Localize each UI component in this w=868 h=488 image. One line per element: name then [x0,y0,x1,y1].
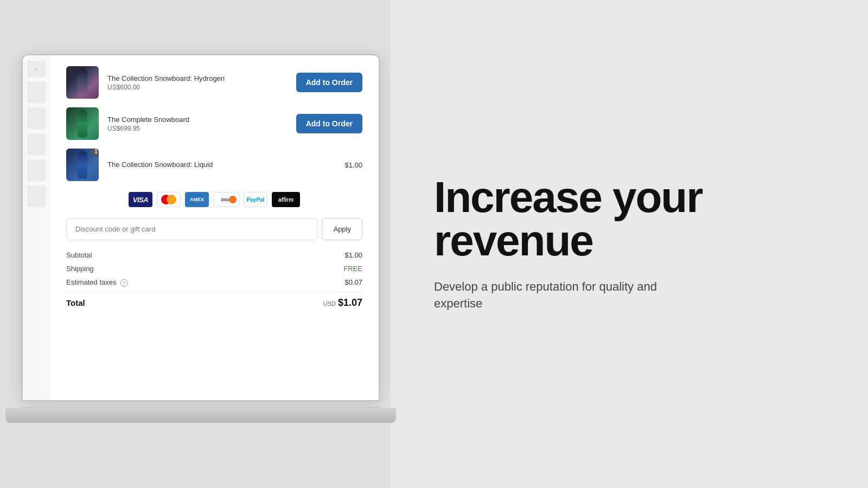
shipping-row: Shipping FREE [66,265,362,273]
sidebar-strip-3 [27,133,46,155]
subtotal-row: Subtotal $1.00 [66,251,362,259]
discount-input[interactable] [66,218,317,240]
product-info-complete: The Complete Snowboard US$699.95 [107,115,288,132]
subtotal-value: $1.00 [344,251,362,259]
discount-row: Apply [66,218,362,240]
product-price-hydrogen: US$600.00 [107,84,288,91]
product-info-liquid: The Collection Snowboard: Liquid [107,160,327,170]
mastercard-icon [157,192,181,207]
mc-orange [167,195,176,204]
sidebar-strip-5 [27,185,46,207]
discover-icon: DISC [213,192,239,207]
taxes-value: $0.07 [344,278,362,287]
total-value-group: USD $1.07 [323,297,362,309]
visa-icon: VISA [129,192,152,207]
product-image-complete [66,107,99,140]
mc-circles [161,195,176,204]
sidebar-strip-2 [27,107,46,129]
product-price-liquid: $1.00 [335,161,362,169]
shipping-value: FREE [343,265,362,273]
total-row: Total USD $1.07 [66,292,362,309]
subtotal-label: Subtotal [66,251,92,259]
paypal-icon: PayPal [244,192,267,207]
product-row: 1 The Collection Snowboard: Liquid $1.00 [66,149,362,181]
add-to-order-hydrogen-button[interactable]: Add to Order [296,73,362,92]
product-name-liquid: The Collection Snowboard: Liquid [107,160,327,169]
sidebar-strip-4 [27,159,46,181]
headline: Increase your revenue [434,176,705,262]
amex-icon: AMEX [185,192,209,207]
product-image-liquid: 1 [66,149,99,181]
total-label: Total [66,298,85,307]
product-info-hydrogen: The Collection Snowboard: Hydrogen US$60… [107,74,288,91]
sidebar-strip-1 [27,81,46,103]
screen-content: ‹ The Collection Snowboard: Hydrogen US$ [23,55,379,400]
discover-dot [229,196,237,203]
apply-button[interactable]: Apply [322,218,362,240]
sidebar-arrow[interactable]: ‹ [27,61,46,77]
product-row: The Collection Snowboard: Hydrogen US$60… [66,66,362,99]
add-to-order-complete-button[interactable]: Add to Order [296,114,362,133]
product-name-complete: The Complete Snowboard [107,115,288,124]
laptop-base [5,408,396,423]
laptop-frame: ‹ The Collection Snowboard: Hydrogen US$ [22,54,385,423]
subheadline: Develop a public reputation for quality … [434,279,705,312]
taxes-label: Estimated taxes ? [66,278,128,287]
laptop-screen: ‹ The Collection Snowboard: Hydrogen US$ [22,54,380,401]
sidebar: ‹ [23,55,50,400]
tax-help-icon[interactable]: ? [120,279,128,287]
right-panel: Increase your revenue Develop a public r… [391,0,868,488]
total-amount: $1.07 [338,297,362,309]
product-name-hydrogen: The Collection Snowboard: Hydrogen [107,74,288,82]
left-panel: ‹ The Collection Snowboard: Hydrogen US$ [0,0,391,488]
product-price-complete: US$699.95 [107,125,288,132]
product-row: The Complete Snowboard US$699.95 Add to … [66,107,362,140]
affirm-icon: affirm [272,192,300,207]
checkout-area: The Collection Snowboard: Hydrogen US$60… [50,55,379,400]
shipping-label: Shipping [66,265,94,273]
product-image-hydrogen [66,66,99,99]
taxes-row: Estimated taxes ? $0.07 [66,278,362,287]
payment-methods: VISA AMEX DISC PayPal [66,192,362,207]
product-badge-liquid: 1 [91,149,99,156]
total-currency: USD [323,300,336,307]
right-text-block: Increase your revenue Develop a public r… [434,176,705,312]
